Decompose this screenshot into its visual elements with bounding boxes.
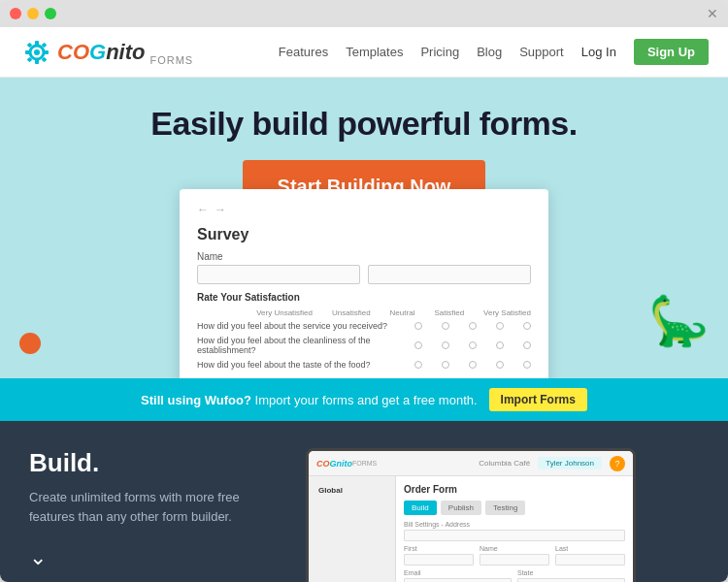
laptop-content: Global Order Form Build Publish Testing [309,476,633,582]
nav-support[interactable]: Support [519,45,564,59]
window-close-icon[interactable]: ✕ [707,6,718,21]
nav-templates[interactable]: Templates [346,45,403,59]
radio-5b[interactable] [523,341,531,349]
satisfaction-row-2: How did you feel about the cleanliness o… [197,336,531,355]
satisfaction-row-1: How did you feel about the service you r… [197,321,531,331]
laptop-tab-testing[interactable]: Testing [485,501,525,515]
radio-4c[interactable] [496,361,504,369]
hero-headline: Easily build powerful forms. [0,78,728,160]
radio-1b[interactable] [414,341,422,349]
laptop-label-state: State [517,569,625,576]
laptop-sidebar: Global [309,476,396,582]
hero-section: Easily build powerful forms. Start Build… [0,78,728,378]
satisfaction-q1: How did you feel about the service you r… [197,321,405,331]
laptop-user-name: Columbia Café [479,459,530,468]
laptop-input-address[interactable] [404,530,625,541]
title-bar: ✕ [0,0,728,27]
svg-rect-5 [44,50,49,54]
wufoo-subtext: Import your forms and get a free month. [251,393,478,407]
maximize-button[interactable] [45,8,56,19]
laptop-input-name[interactable] [480,554,549,566]
laptop-nav: COGnito FORMS Columbia Café Tyler Johnso… [309,451,633,476]
radio-5c[interactable] [523,361,531,369]
laptop-nav-right: Columbia Café Tyler Johnson ? [479,456,625,471]
laptop-wrap: COGnito FORMS Columbia Café Tyler Johnso… [262,448,699,555]
close-button[interactable] [10,8,21,19]
form-nav-arrows: ←→ [197,203,531,216]
orange-ball-decoration [19,333,41,354]
radio-4b[interactable] [496,341,504,349]
dinosaur-decoration: 🦕 [648,293,709,349]
minimize-button[interactable] [27,8,39,19]
laptop-field-group-first: First [404,545,474,566]
radio-5[interactable] [523,322,531,330]
nav-blog[interactable]: Blog [477,45,502,59]
form-name-label: Name [197,251,531,262]
scale-label-1: Very Unsatisfied [256,308,313,317]
radio-1c[interactable] [414,361,422,369]
radio-3c[interactable] [469,361,477,369]
laptop-help-icon[interactable]: ? [610,456,625,471]
build-description: Create unlimited forms with more free fe… [29,488,243,526]
laptop-tabs: Build Publish Testing [404,501,625,515]
laptop-field-group-last: Last [555,545,625,566]
form-first-input[interactable] [197,265,360,284]
laptop-logo-forms: FORMS [352,460,377,467]
bottom-left: Build. Create unlimited forms with more … [29,448,243,555]
nav-pricing[interactable]: Pricing [420,45,459,59]
laptop-tab-build[interactable]: Build [404,501,437,515]
logo-text: COGnito [57,40,145,65]
laptop-tab-publish[interactable]: Publish [441,501,481,515]
laptop-user-button[interactable]: Tyler Johnson [538,457,602,469]
laptop-logo: COGnito [316,459,352,469]
build-title: Build. [29,448,243,478]
nav-login-button[interactable]: Log In [581,45,616,59]
laptop-sidebar-global[interactable]: Global [314,484,389,497]
browser-window: ✕ [0,0,728,582]
radio-1[interactable] [414,322,422,330]
laptop-field-group-name: Name [480,545,549,566]
logo[interactable]: COGnito FORMS [19,35,193,70]
radio-2c[interactable] [442,361,449,369]
scroll-down-arrow[interactable]: ⌄ [29,545,243,570]
laptop-field-group-email: Email [404,569,512,582]
laptop-input-last[interactable] [555,554,625,566]
radio-4[interactable] [496,322,504,330]
scale-label-4: Satisfied [434,308,464,317]
radio-group-1 [414,322,531,330]
scale-label-3: Neutral [390,308,415,317]
laptop-field-email-row: Email State [404,569,625,582]
radio-3[interactable] [469,322,477,330]
radio-2b[interactable] [442,341,449,349]
radio-group-2 [414,341,531,349]
svg-point-1 [34,49,40,55]
laptop-input-email[interactable] [404,578,512,582]
laptop-field-group-state: State [517,569,625,582]
laptop-mockup: COGnito FORMS Columbia Café Tyler Johnso… [306,448,636,582]
svg-rect-2 [35,41,39,46]
laptop-label-address: Bill Settings - Address [404,521,625,528]
laptop-main-content: Order Form Build Publish Testing Bill Se [396,476,633,582]
wufoo-text: Still using Wufoo? Import your forms and… [141,393,478,407]
traffic-lights [10,8,56,19]
laptop-screen: COGnito FORMS Columbia Café Tyler Johnso… [309,451,633,582]
laptop-input-first[interactable] [404,554,474,566]
laptop-label-first: First [404,545,474,552]
form-last-input[interactable] [368,265,531,284]
nav-signup-button[interactable]: Sign Up [634,39,709,65]
wufoo-strong: Still using Wufoo? [141,393,251,407]
radio-3b[interactable] [469,341,477,349]
form-survey-title: Survey [197,226,531,243]
wufoo-banner: Still using Wufoo? Import your forms and… [0,378,728,421]
radio-2[interactable] [442,322,449,330]
svg-rect-4 [25,50,30,54]
laptop-input-state[interactable] [517,578,625,582]
satisfaction-q3: How did you feel about the taste of the … [197,360,405,370]
laptop-label-name: Name [480,545,549,552]
svg-rect-3 [35,59,39,64]
satisfaction-label: Rate Your Satisfaction [197,292,531,303]
laptop-form-title: Order Form [404,484,625,495]
import-forms-button[interactable]: Import Forms [489,388,587,411]
nav-features[interactable]: Features [279,45,328,59]
browser-content: COGnito FORMS Features Templates Pricing… [0,27,728,582]
